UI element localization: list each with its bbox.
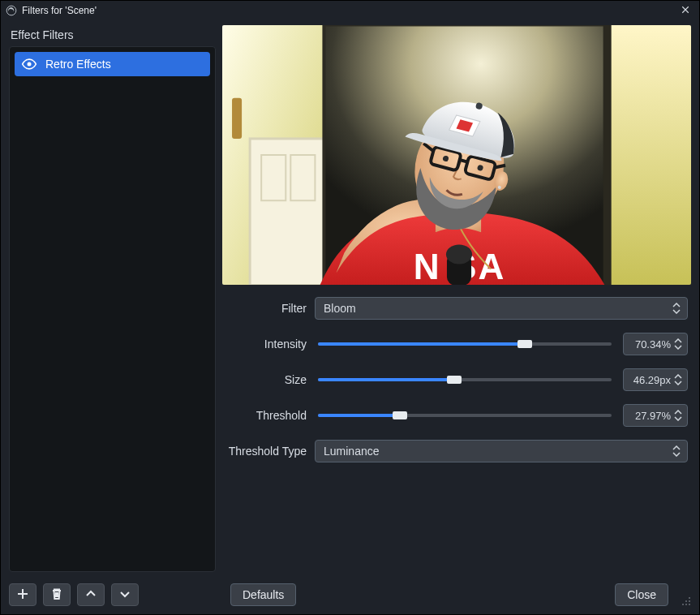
threshold-value: 27.97% <box>630 410 674 422</box>
row-filter: Filter Bloom <box>225 296 688 320</box>
obs-logo-icon <box>6 5 17 16</box>
content-row: Effect Filters Retro Effects <box>9 25 691 572</box>
svg-point-27 <box>689 604 690 605</box>
row-threshold-type: Threshold Type Luminance <box>225 439 688 463</box>
close-button[interactable]: Close <box>615 583 668 606</box>
row-threshold: Threshold 27.97% <box>225 403 688 428</box>
filter-item-retro-effects[interactable]: Retro Effects <box>15 52 210 76</box>
svg-point-30 <box>682 604 684 605</box>
label-threshold-type: Threshold Type <box>225 445 307 458</box>
updown-icon <box>672 299 682 317</box>
left-column: Effect Filters Retro Effects <box>9 25 216 572</box>
label-intensity: Intensity <box>225 338 307 351</box>
add-filter-button[interactable] <box>9 583 37 606</box>
intensity-slider-wrap <box>315 338 615 351</box>
right-column: N SA <box>222 25 691 572</box>
svg-point-28 <box>685 604 687 605</box>
threshold-input[interactable]: 27.97% <box>623 404 688 427</box>
updown-icon <box>674 371 684 389</box>
size-input[interactable]: 46.29px <box>623 368 688 391</box>
svg-point-31 <box>685 600 687 602</box>
threshold-slider[interactable] <box>318 409 612 422</box>
delete-filter-button[interactable] <box>43 583 71 606</box>
row-intensity: Intensity 70.34% <box>225 332 688 356</box>
svg-point-29 <box>689 600 690 602</box>
svg-line-19 <box>460 160 468 162</box>
window-title: Filters for 'Scene' <box>22 5 672 16</box>
size-value: 46.29px <box>630 374 674 386</box>
chevron-up-icon <box>84 587 97 603</box>
svg-point-1 <box>28 62 32 67</box>
resize-grip-icon[interactable] <box>680 595 691 606</box>
bottom-bar: Defaults Close <box>9 577 691 606</box>
close-label: Close <box>627 588 656 601</box>
defaults-button[interactable]: Defaults <box>230 583 296 606</box>
intensity-input[interactable]: 70.34% <box>623 333 688 355</box>
plus-icon <box>16 587 29 603</box>
intensity-slider[interactable] <box>318 338 612 351</box>
window-close-button[interactable] <box>676 2 694 19</box>
filter-list[interactable]: Retro Effects <box>9 46 216 572</box>
svg-rect-11 <box>603 25 612 285</box>
defaults-label: Defaults <box>243 588 284 601</box>
titlebar: Filters for 'Scene' <box>1 1 699 20</box>
threshold-slider-wrap <box>315 409 615 422</box>
svg-point-32 <box>689 597 690 599</box>
effect-filters-label: Effect Filters <box>9 25 216 46</box>
threshold-type-select[interactable]: Luminance <box>315 440 688 462</box>
filter-select[interactable]: Bloom <box>315 297 688 320</box>
chevron-down-icon <box>118 587 131 603</box>
filter-item-label: Retro Effects <box>45 58 111 71</box>
svg-point-14 <box>446 244 472 264</box>
filter-list-toolbar <box>9 583 222 606</box>
move-filter-up-button[interactable] <box>77 583 105 606</box>
move-filter-down-button[interactable] <box>111 583 139 606</box>
parameters-panel: Filter Bloom Intensity <box>222 293 691 463</box>
label-threshold: Threshold <box>225 409 307 422</box>
updown-icon <box>672 442 682 460</box>
size-slider[interactable] <box>318 373 612 386</box>
label-filter: Filter <box>225 302 307 315</box>
visibility-eye-icon[interactable] <box>21 56 37 72</box>
close-icon <box>681 5 690 17</box>
svg-rect-7 <box>232 98 242 139</box>
svg-rect-10 <box>609 25 691 285</box>
threshold-type-value: Luminance <box>324 445 672 458</box>
filters-dialog: Filters for 'Scene' Effect Filters Retro… <box>0 0 700 615</box>
updown-icon <box>674 335 684 353</box>
dialog-body: Effect Filters Retro Effects <box>1 20 699 614</box>
updown-icon <box>674 406 684 424</box>
label-size: Size <box>225 373 307 386</box>
row-size: Size 46.29px <box>225 368 688 392</box>
size-slider-wrap <box>315 373 615 386</box>
trash-icon <box>50 587 63 603</box>
filter-preview: N SA <box>222 25 691 285</box>
intensity-value: 70.34% <box>630 338 674 351</box>
filter-select-value: Bloom <box>324 302 672 315</box>
